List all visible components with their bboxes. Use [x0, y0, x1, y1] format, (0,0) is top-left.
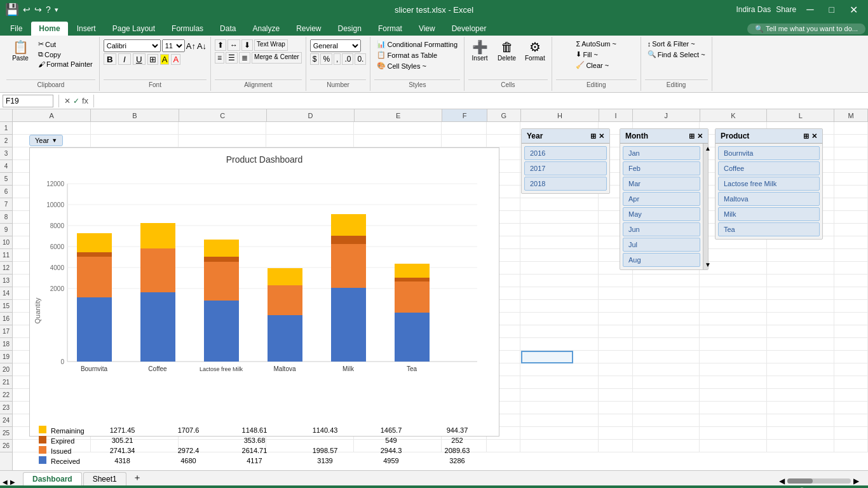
grid-cell[interactable] [520, 313, 599, 325]
row-num-19[interactable]: 19 [0, 351, 12, 363]
grid-cell[interactable] [91, 236, 179, 248]
grid-cell[interactable] [91, 186, 179, 198]
grid-cell[interactable] [487, 440, 520, 452]
grid-cell[interactable] [179, 300, 266, 312]
grid-cell[interactable] [599, 338, 632, 350]
grid-cell[interactable] [91, 198, 179, 210]
minimize-button[interactable]: ─ [801, 4, 818, 15]
grid-cell[interactable] [13, 224, 91, 236]
grid-cell[interactable] [13, 186, 91, 198]
grid-cell[interactable] [599, 402, 632, 414]
grid-cell[interactable] [91, 147, 179, 159]
grid-cell[interactable] [13, 338, 91, 350]
grid-cell[interactable] [13, 249, 91, 261]
grid-cell[interactable] [354, 122, 442, 134]
col-header-A[interactable]: A [13, 109, 91, 121]
grid-cell[interactable] [442, 440, 487, 452]
excel-logo-icon[interactable]: 💾 [5, 3, 19, 17]
grid-cell[interactable] [834, 147, 868, 159]
grid-cell[interactable] [834, 376, 868, 388]
grid-cell[interactable] [700, 300, 767, 312]
grid-cell[interactable] [834, 186, 868, 198]
grid-cell[interactable] [266, 236, 354, 248]
grid-cell[interactable] [266, 198, 354, 210]
grid-cell[interactable] [354, 287, 442, 299]
month-aug-item[interactable]: Aug [623, 253, 700, 267]
grid-cell[interactable] [354, 440, 442, 452]
grid-cell[interactable] [767, 300, 834, 312]
row-num-18[interactable]: 18 [0, 338, 12, 351]
grid-cell[interactable] [266, 402, 354, 414]
row-num-15[interactable]: 15 [0, 300, 12, 313]
grid-cell[interactable] [354, 376, 442, 388]
grid-cell[interactable] [520, 402, 599, 414]
tab-analyze[interactable]: Analyze [245, 22, 287, 36]
grid-cell[interactable] [599, 287, 632, 299]
grid-cell[interactable] [91, 427, 179, 439]
grid-cell[interactable] [487, 338, 520, 350]
row-num-25[interactable]: 25 [0, 427, 12, 440]
year-2016-item[interactable]: 2016 [524, 146, 607, 160]
grid-cell[interactable] [179, 211, 266, 223]
grid-cell[interactable] [633, 440, 700, 452]
col-header-J[interactable]: J [633, 109, 700, 121]
underline-button[interactable]: U [133, 53, 146, 65]
product-bournvita-item[interactable]: Bournvita [718, 146, 820, 160]
fill-button[interactable]: ⬇ Fill ~ [573, 50, 600, 59]
grid-cell[interactable] [179, 389, 266, 401]
month-scrollbar[interactable]: ▲ ▼ [703, 144, 708, 269]
grid-cell[interactable] [487, 414, 520, 426]
grid-cell[interactable] [834, 440, 868, 452]
grid-cell[interactable] [91, 338, 179, 350]
decrease-decimal-icon[interactable]: 0. [355, 53, 366, 65]
grid-cell[interactable] [487, 198, 520, 210]
month-jan-item[interactable]: Jan [623, 146, 700, 160]
grid-cell[interactable] [266, 122, 354, 134]
tab-view[interactable]: View [411, 22, 443, 36]
row-num-24[interactable]: 24 [0, 414, 12, 427]
grid-cell[interactable] [442, 160, 487, 172]
grid-cell[interactable] [599, 300, 632, 312]
row-num-3[interactable]: 3 [0, 147, 12, 160]
grid-cell[interactable] [354, 351, 442, 363]
grid-cell[interactable] [179, 287, 266, 299]
product-slicer[interactable]: Product ⊞ ✕ Bournvita Coffee Lactose fre… [715, 128, 823, 240]
grid-cell[interactable] [633, 414, 700, 426]
undo-icon[interactable]: ↩ [23, 4, 31, 15]
grid-cell[interactable] [834, 236, 868, 248]
font-color-icon[interactable]: A [171, 54, 180, 65]
grid-cell[interactable] [179, 402, 266, 414]
grid-cell[interactable] [179, 427, 266, 439]
grid-cell[interactable] [442, 389, 487, 401]
grid-cell[interactable] [91, 160, 179, 172]
grid-cell[interactable] [599, 351, 632, 363]
grid-cell[interactable] [442, 376, 487, 388]
row-num-4[interactable]: 4 [0, 160, 12, 173]
grid-cell[interactable] [91, 440, 179, 452]
grid-cell[interactable] [487, 351, 520, 363]
grid-cell[interactable] [354, 363, 442, 376]
grid-cell[interactable] [520, 389, 599, 401]
grid-cell[interactable] [633, 389, 700, 401]
grid-cell[interactable] [91, 300, 179, 312]
grid-cell[interactable] [13, 300, 91, 312]
grid-cell[interactable] [700, 274, 767, 287]
grid-cell[interactable] [179, 262, 266, 274]
sort-filter-button[interactable]: ↕ Sort & Filter ~ [645, 39, 698, 48]
grid-cell[interactable] [834, 262, 868, 274]
align-bottom-icon[interactable]: ⬇ [241, 39, 253, 51]
border-icon[interactable]: ⊞ [147, 54, 158, 65]
grid-cell[interactable] [700, 338, 767, 350]
product-milk-item[interactable]: Milk [718, 207, 820, 221]
grid-cell[interactable] [13, 211, 91, 223]
grid-cell[interactable] [179, 173, 266, 185]
grid-cell[interactable] [91, 262, 179, 274]
grid-cell[interactable] [767, 363, 834, 376]
grid-cell[interactable] [834, 389, 868, 401]
grid-cell[interactable] [91, 402, 179, 414]
grid-cell[interactable] [442, 147, 487, 159]
grid-cell[interactable] [442, 173, 487, 185]
grid-cell[interactable] [354, 313, 442, 325]
grid-cell[interactable] [520, 440, 599, 452]
grid-cell[interactable] [700, 287, 767, 299]
